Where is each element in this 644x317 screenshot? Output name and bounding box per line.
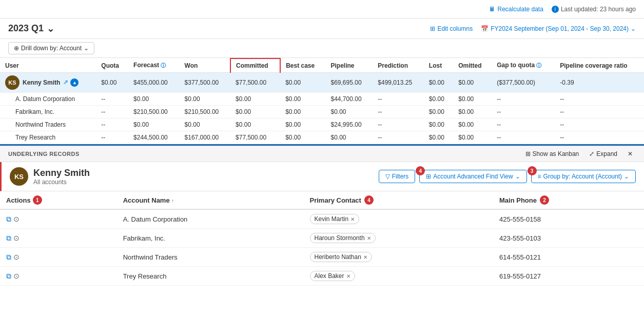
phone-cell: 425-555-0158 [493,209,644,229]
drill-icon: ⊕ [14,45,19,52]
col-pipeline-ratio: Pipeline coverage ratio [555,58,644,73]
show-kanban-button[interactable]: ⊞ Show as Kanban [522,149,582,158]
options-icon[interactable]: ⊙ [13,234,19,242]
badge-4-contact: 4 [364,195,374,205]
phone-cell: 619-555-0127 [493,267,644,286]
kanban-icon: ⊞ [525,150,531,157]
col-contact-header: Primary Contact 4 [304,191,494,209]
sub-name-3: Trey Research [0,131,96,144]
col-committed: Committed [230,58,280,73]
sub-name-1: Fabrikam, Inc. [0,106,96,118]
won-cell: $377,500.00 [180,73,230,93]
advanced-find-label: Account Advanced Find View [433,173,513,180]
contact-cell: Kevin Martin ✕ [304,209,494,229]
table-row[interactable]: Northwind Traders -- $0.00 $0.00 $0.00 $… [0,118,644,131]
open-record-icon[interactable]: ⧉ [6,272,11,281]
sort-icon[interactable]: ↑ [171,198,174,204]
quarter-label: 2023 Q1 [8,23,44,34]
edit-columns-button[interactable]: ⊞ Edit columns [430,25,473,32]
filter-icon: ▽ [385,173,390,180]
recalculate-button[interactable]: 🖩 Recalculate data [489,6,543,13]
recalculate-icon: 🖩 [489,6,495,13]
account-name-cell: Northwind Traders [117,248,304,267]
avatar-ks: KS [5,75,19,90]
recalculate-label: Recalculate data [497,6,543,13]
col-account-name-header: Account Name ↑ [117,191,304,209]
omitted-cell: $0.00 [453,73,492,93]
options-icon[interactable]: ⊙ [13,272,19,280]
remove-contact-icon[interactable]: ✕ [367,235,371,241]
group-by-button[interactable]: ≡ Group by: Account (Account) 3 ⌄ [531,170,636,183]
col-prediction: Prediction [373,58,423,73]
expand-icon[interactable]: ⇗ [63,78,68,87]
user-cell: KS Kenny Smith ⇗ ▲ [0,73,96,93]
last-updated: i Last updated: 23 hours ago [552,6,636,13]
expand-icon: ⤢ [589,150,594,157]
filters-button[interactable]: ▽ Filters [379,170,416,183]
contact-tag: Alex Baker ✕ [310,271,355,281]
group-by-label: Group by: Account (Account) [543,173,622,180]
fy-selector[interactable]: 📅 FY2024 September (Sep 01, 2024 - Sep 3… [481,25,636,32]
expand-label: Expand [596,150,617,157]
list-item[interactable]: ⧉ ⊙ A. Datum Corporation Kevin Martin ✕ … [0,209,644,229]
underlying-section-title: UNDERLYING RECORDS [8,151,80,157]
contact-tag: Kevin Martin ✕ [310,214,360,224]
col-gap: Gap to quota ⓘ [492,58,555,73]
col-pipeline: Pipeline [326,58,373,73]
records-table-wrap: Actions 1 Account Name ↑ Primary Contact… [0,191,644,286]
options-icon[interactable]: ⊙ [13,253,19,261]
remove-contact-icon[interactable]: ✕ [346,273,350,279]
sub-name-2: Northwind Traders [0,118,96,131]
table-row[interactable]: Fabrikam, Inc. -- $210,500.00 $210,500.0… [0,106,644,118]
remove-contact-icon[interactable]: ✕ [350,216,355,222]
last-updated-label: Last updated: 23 hours ago [561,6,636,13]
list-item[interactable]: ⧉ ⊙ Northwind Traders Heriberto Nathan ✕… [0,248,644,267]
pipeline-cell: $69,695.00 [326,73,373,93]
ks-name: Kenny Smith [33,168,90,179]
badge-3: 3 [528,166,537,175]
drill-bar: ⊕ Drill down by: Account ⌄ [0,39,644,58]
options-icon[interactable]: ⊙ [13,215,19,223]
forecast-table-wrap: User Quota Forecast ⓘ Won Committed Best… [0,58,644,146]
col-user: User [0,58,96,73]
header-actions: ⊞ Edit columns 📅 FY2024 September (Sep 0… [430,25,636,32]
advanced-find-button[interactable]: ⊞ Account Advanced Find View 4 ⌄ [419,170,526,183]
drill-label: Drill down by: Account [21,45,82,52]
ks-info: KS Kenny Smith All accounts [10,167,90,186]
top-bar: 🖩 Recalculate data i Last updated: 23 ho… [0,0,644,18]
open-record-icon[interactable]: ⧉ [6,253,11,262]
main-row-kenny-smith[interactable]: KS Kenny Smith ⇗ ▲ $0.00 $455,000.00 $37… [0,73,644,93]
phone-cell: 614-555-0121 [493,248,644,267]
chevron-down-icon: ⌄ [47,23,54,34]
expand-button[interactable]: ⤢ Expand [586,149,620,158]
quota-cell: $0.00 [96,73,128,93]
info-icon: i [552,6,559,13]
ks-actions: ▽ Filters ⊞ Account Advanced Find View 4… [379,170,636,183]
col-omitted: Omitted [453,58,492,73]
badge-4: 4 [416,166,425,175]
col-phone-header: Main Phone 2 [493,191,644,209]
list-item[interactable]: ⧉ ⊙ Fabrikam, Inc. Haroun Stormonth ✕ 42… [0,229,644,248]
chevron-down-icon: ⌄ [624,173,629,180]
contact-name: Kevin Martin [315,215,349,223]
remove-contact-icon[interactable]: ✕ [363,254,367,260]
table-row[interactable]: A. Datum Corporation -- $0.00 $0.00 $0.0… [0,93,644,106]
phone-cell: 423-555-0103 [493,229,644,248]
quarter-title[interactable]: 2023 Q1 ⌄ [8,23,54,34]
actions-cell: ⧉ ⊙ [0,209,117,229]
contact-name: Haroun Stormonth [315,234,365,242]
contact-tag: Heriberto Nathan ✕ [310,252,372,262]
drill-down-button[interactable]: ⊕ Drill down by: Account ⌄ [8,42,94,54]
grid-icon: ⊞ [426,173,431,180]
close-underlying-button[interactable]: ✕ [625,149,636,158]
ks-subtitle: All accounts [33,179,90,186]
actions-cell: ⧉ ⊙ [0,248,117,267]
open-record-icon[interactable]: ⧉ [6,234,11,243]
underlying-header-buttons: ⊞ Show as Kanban ⤢ Expand ✕ [522,149,636,158]
underlying-header: UNDERLYING RECORDS ⊞ Show as Kanban ⤢ Ex… [0,146,644,162]
filters-label: Filters [392,173,409,180]
forecast-table: User Quota Forecast ⓘ Won Committed Best… [0,58,644,144]
table-row[interactable]: Trey Research -- $244,500.00 $167,000.00… [0,131,644,144]
open-record-icon[interactable]: ⧉ [6,215,11,224]
list-item[interactable]: ⧉ ⊙ Trey Research Alex Baker ✕ 619-555-0… [0,267,644,286]
